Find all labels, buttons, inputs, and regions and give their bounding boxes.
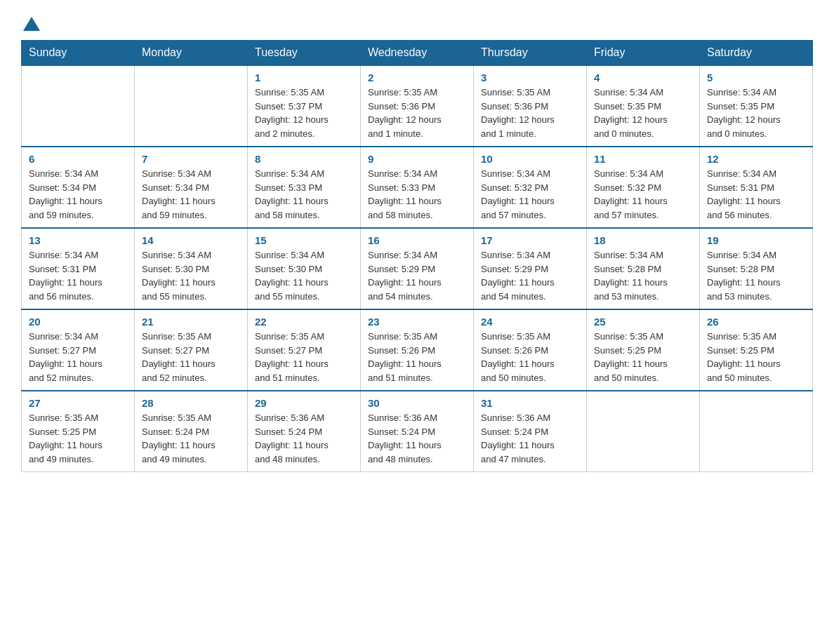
sun-info: Sunrise: 5:35 AM Sunset: 5:24 PM Dayligh… <box>142 412 216 464</box>
calendar-week-row: 1Sunrise: 5:35 AM Sunset: 5:37 PM Daylig… <box>22 65 813 147</box>
calendar-cell: 30Sunrise: 5:36 AM Sunset: 5:24 PM Dayli… <box>361 391 474 472</box>
calendar-cell: 12Sunrise: 5:34 AM Sunset: 5:31 PM Dayli… <box>700 147 813 228</box>
sun-info: Sunrise: 5:34 AM Sunset: 5:32 PM Dayligh… <box>481 168 555 220</box>
day-number: 6 <box>29 153 127 165</box>
calendar-cell: 13Sunrise: 5:34 AM Sunset: 5:31 PM Dayli… <box>22 228 135 309</box>
calendar-cell: 14Sunrise: 5:34 AM Sunset: 5:30 PM Dayli… <box>135 228 248 309</box>
day-number: 22 <box>255 316 353 328</box>
sun-info: Sunrise: 5:36 AM Sunset: 5:24 PM Dayligh… <box>255 412 329 464</box>
sun-info: Sunrise: 5:34 AM Sunset: 5:33 PM Dayligh… <box>368 168 442 220</box>
day-number: 26 <box>707 316 805 328</box>
day-of-week-header: Saturday <box>700 41 813 66</box>
calendar-cell: 19Sunrise: 5:34 AM Sunset: 5:28 PM Dayli… <box>700 228 813 309</box>
calendar-week-row: 20Sunrise: 5:34 AM Sunset: 5:27 PM Dayli… <box>22 309 813 391</box>
sun-info: Sunrise: 5:35 AM Sunset: 5:36 PM Dayligh… <box>368 87 442 139</box>
day-number: 9 <box>368 153 466 165</box>
day-number: 19 <box>707 234 805 246</box>
calendar-cell: 2Sunrise: 5:35 AM Sunset: 5:36 PM Daylig… <box>361 65 474 147</box>
day-number: 13 <box>29 234 127 246</box>
sun-info: Sunrise: 5:35 AM Sunset: 5:27 PM Dayligh… <box>142 331 216 383</box>
day-of-week-header: Thursday <box>474 41 587 66</box>
sun-info: Sunrise: 5:34 AM Sunset: 5:29 PM Dayligh… <box>368 250 442 302</box>
day-number: 2 <box>368 72 466 83</box>
sun-info: Sunrise: 5:34 AM Sunset: 5:28 PM Dayligh… <box>707 250 781 302</box>
day-number: 28 <box>142 397 240 409</box>
calendar-cell: 21Sunrise: 5:35 AM Sunset: 5:27 PM Dayli… <box>135 309 248 391</box>
sun-info: Sunrise: 5:35 AM Sunset: 5:26 PM Dayligh… <box>481 331 555 383</box>
day-number: 14 <box>142 234 240 246</box>
sun-info: Sunrise: 5:35 AM Sunset: 5:37 PM Dayligh… <box>255 87 329 139</box>
calendar-cell: 24Sunrise: 5:35 AM Sunset: 5:26 PM Dayli… <box>474 309 587 391</box>
sun-info: Sunrise: 5:34 AM Sunset: 5:35 PM Dayligh… <box>594 87 668 139</box>
calendar-cell <box>700 391 813 472</box>
calendar-table: SundayMondayTuesdayWednesdayThursdayFrid… <box>21 40 813 472</box>
calendar-cell: 10Sunrise: 5:34 AM Sunset: 5:32 PM Dayli… <box>474 147 587 228</box>
calendar-cell: 25Sunrise: 5:35 AM Sunset: 5:25 PM Dayli… <box>587 309 700 391</box>
calendar-cell: 6Sunrise: 5:34 AM Sunset: 5:34 PM Daylig… <box>22 147 135 228</box>
sun-info: Sunrise: 5:34 AM Sunset: 5:33 PM Dayligh… <box>255 168 329 220</box>
sun-info: Sunrise: 5:34 AM Sunset: 5:30 PM Dayligh… <box>142 250 216 302</box>
calendar-week-row: 13Sunrise: 5:34 AM Sunset: 5:31 PM Dayli… <box>22 228 813 309</box>
day-number: 18 <box>594 234 692 246</box>
day-number: 24 <box>481 316 579 328</box>
calendar-cell: 4Sunrise: 5:34 AM Sunset: 5:35 PM Daylig… <box>587 65 700 147</box>
calendar-cell: 22Sunrise: 5:35 AM Sunset: 5:27 PM Dayli… <box>248 309 361 391</box>
calendar-cell: 29Sunrise: 5:36 AM Sunset: 5:24 PM Dayli… <box>248 391 361 472</box>
day-of-week-header: Sunday <box>22 41 135 66</box>
day-number: 25 <box>594 316 692 328</box>
day-of-week-header: Friday <box>587 41 700 66</box>
day-number: 5 <box>707 72 805 83</box>
day-number: 21 <box>142 316 240 328</box>
calendar-week-row: 6Sunrise: 5:34 AM Sunset: 5:34 PM Daylig… <box>22 147 813 228</box>
day-number: 31 <box>481 397 579 409</box>
calendar-week-row: 27Sunrise: 5:35 AM Sunset: 5:25 PM Dayli… <box>22 391 813 472</box>
day-number: 12 <box>707 153 805 165</box>
sun-info: Sunrise: 5:34 AM Sunset: 5:35 PM Dayligh… <box>707 87 781 139</box>
calendar-header-row: SundayMondayTuesdayWednesdayThursdayFrid… <box>22 41 813 66</box>
day-number: 10 <box>481 153 579 165</box>
day-number: 8 <box>255 153 353 165</box>
day-of-week-header: Wednesday <box>361 41 474 66</box>
calendar-cell: 31Sunrise: 5:36 AM Sunset: 5:24 PM Dayli… <box>474 391 587 472</box>
day-number: 20 <box>29 316 127 328</box>
sun-info: Sunrise: 5:34 AM Sunset: 5:34 PM Dayligh… <box>142 168 216 220</box>
logo-triangle-icon <box>23 17 40 31</box>
page-header <box>21 14 813 29</box>
calendar-cell: 17Sunrise: 5:34 AM Sunset: 5:29 PM Dayli… <box>474 228 587 309</box>
day-number: 3 <box>481 72 579 83</box>
sun-info: Sunrise: 5:34 AM Sunset: 5:28 PM Dayligh… <box>594 250 668 302</box>
day-number: 27 <box>29 397 127 409</box>
sun-info: Sunrise: 5:34 AM Sunset: 5:32 PM Dayligh… <box>594 168 668 220</box>
sun-info: Sunrise: 5:34 AM Sunset: 5:31 PM Dayligh… <box>29 250 102 302</box>
day-number: 11 <box>594 153 692 165</box>
sun-info: Sunrise: 5:35 AM Sunset: 5:25 PM Dayligh… <box>594 331 668 383</box>
sun-info: Sunrise: 5:35 AM Sunset: 5:25 PM Dayligh… <box>29 412 102 464</box>
day-number: 29 <box>255 397 353 409</box>
calendar-cell <box>135 65 248 147</box>
calendar-cell: 18Sunrise: 5:34 AM Sunset: 5:28 PM Dayli… <box>587 228 700 309</box>
sun-info: Sunrise: 5:35 AM Sunset: 5:27 PM Dayligh… <box>255 331 329 383</box>
logo <box>21 14 40 29</box>
day-number: 23 <box>368 316 466 328</box>
calendar-cell: 3Sunrise: 5:35 AM Sunset: 5:36 PM Daylig… <box>474 65 587 147</box>
calendar-cell <box>587 391 700 472</box>
sun-info: Sunrise: 5:36 AM Sunset: 5:24 PM Dayligh… <box>368 412 442 464</box>
calendar-cell: 1Sunrise: 5:35 AM Sunset: 5:37 PM Daylig… <box>248 65 361 147</box>
day-number: 4 <box>594 72 692 83</box>
calendar-cell: 8Sunrise: 5:34 AM Sunset: 5:33 PM Daylig… <box>248 147 361 228</box>
calendar-cell: 9Sunrise: 5:34 AM Sunset: 5:33 PM Daylig… <box>361 147 474 228</box>
day-number: 7 <box>142 153 240 165</box>
sun-info: Sunrise: 5:34 AM Sunset: 5:34 PM Dayligh… <box>29 168 102 220</box>
calendar-cell: 11Sunrise: 5:34 AM Sunset: 5:32 PM Dayli… <box>587 147 700 228</box>
calendar-cell: 28Sunrise: 5:35 AM Sunset: 5:24 PM Dayli… <box>135 391 248 472</box>
day-of-week-header: Tuesday <box>248 41 361 66</box>
day-number: 16 <box>368 234 466 246</box>
sun-info: Sunrise: 5:34 AM Sunset: 5:29 PM Dayligh… <box>481 250 555 302</box>
calendar-cell: 23Sunrise: 5:35 AM Sunset: 5:26 PM Dayli… <box>361 309 474 391</box>
sun-info: Sunrise: 5:35 AM Sunset: 5:36 PM Dayligh… <box>481 87 555 139</box>
calendar-cell: 5Sunrise: 5:34 AM Sunset: 5:35 PM Daylig… <box>700 65 813 147</box>
day-number: 15 <box>255 234 353 246</box>
day-number: 30 <box>368 397 466 409</box>
sun-info: Sunrise: 5:36 AM Sunset: 5:24 PM Dayligh… <box>481 412 555 464</box>
calendar-cell <box>22 65 135 147</box>
